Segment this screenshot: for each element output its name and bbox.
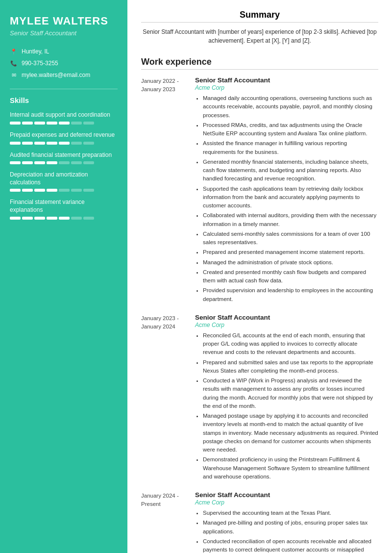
job-title: Senior Staff Accountant: [195, 76, 378, 84]
job-bullet: Managed postage usage by applying it to …: [203, 412, 378, 454]
skill-dot-filled: [47, 217, 57, 220]
skill-item: Financial statement variance explanation…: [10, 199, 118, 219]
skill-dot-filled: [22, 217, 33, 220]
skill-dot-filled: [10, 142, 21, 145]
email-item: ✉ mylee.walters@email.com: [10, 71, 118, 79]
skills-list: Internal audit support and coordinationP…: [10, 111, 118, 219]
summary-text: Senior Staff Accountant with [number of …: [141, 27, 378, 45]
skill-dot-filled: [34, 189, 45, 192]
job-bullet: Supported the cash applications team by …: [203, 185, 378, 210]
job-bullets-list: Reconciled G/L accounts at the end of ea…: [195, 331, 378, 481]
phone-item: 📞 990-375-3255: [10, 59, 118, 67]
skill-name: Depreciation and amortization calculatio…: [10, 171, 118, 186]
job-bullet: Supervised the accounting team at the Te…: [203, 509, 378, 517]
job-bullet: Collaborated with internal auditors, pro…: [203, 211, 378, 228]
skills-heading: Skills: [10, 96, 118, 104]
job-bullet: Assisted the finance manager in fulfilli…: [203, 139, 378, 156]
job-bullet: Prepared and submitted sales and use tax…: [203, 358, 378, 376]
skill-dot-filled: [10, 217, 21, 220]
job-dates: January 2024 -Present: [141, 491, 195, 553]
job-bullet: Processed RMAs, credits, and tax adjustm…: [203, 121, 378, 138]
skill-dot-filled: [47, 161, 57, 164]
email-text: mylee.walters@email.com: [22, 72, 90, 78]
job-bullet: Managed pre-billing and posting of jobs,…: [203, 519, 378, 536]
candidate-title: Senior Staff Accountant: [10, 29, 118, 37]
location-icon: 📍: [10, 48, 18, 55]
job-title: Senior Staff Accountant: [195, 314, 378, 321]
main-content: Summary Senior Staff Accountant with [nu…: [127, 0, 392, 553]
skill-dot-filled: [59, 142, 70, 145]
skill-name: Audited financial statement preparation: [10, 151, 118, 159]
work-experience-heading: Work experience: [141, 57, 378, 70]
skill-dot-filled: [47, 189, 57, 192]
skill-item: Audited financial statement preparation: [10, 151, 118, 165]
skill-dot-empty: [59, 189, 70, 192]
skill-dot-empty: [83, 142, 94, 145]
skill-dot-filled: [10, 161, 21, 164]
skill-bar: [10, 217, 118, 220]
skill-dot-filled: [34, 122, 45, 125]
job-bullet: Conducted reconciliation of open account…: [203, 537, 378, 553]
skill-bar: [10, 122, 118, 125]
skill-bar: [10, 161, 118, 164]
location-item: 📍 Huntley, IL: [10, 48, 118, 55]
job-bullet: Conducted a WIP (Work in Progress) analy…: [203, 377, 378, 410]
job-bullet: Managed the administration of private st…: [203, 258, 378, 267]
skill-dot-filled: [34, 161, 45, 164]
job-bullet: Generated monthly financial statements, …: [203, 158, 378, 183]
skill-dot-filled: [59, 217, 70, 220]
skill-dot-empty: [71, 142, 82, 145]
job-content: Senior Staff AccountantAcme CorpManaged …: [195, 76, 378, 305]
job-company: Acme Corp: [195, 499, 378, 506]
candidate-name: MYLEE WALTERS: [10, 15, 118, 27]
work-experience-section: Work experience January 2022 -January 20…: [141, 57, 378, 553]
job-company: Acme Corp: [195, 322, 378, 328]
location-text: Huntley, IL: [22, 48, 49, 55]
skill-dot-filled: [22, 142, 33, 145]
job-bullet: Reconciled G/L accounts at the end of ea…: [203, 331, 378, 357]
job-bullet: Created and presented monthly cash flow …: [203, 268, 378, 285]
phone-text: 990-375-3255: [22, 60, 58, 67]
skill-dot-filled: [10, 189, 21, 192]
skill-dot-empty: [71, 189, 82, 192]
email-icon: ✉: [10, 71, 18, 79]
skill-dot-filled: [22, 161, 33, 164]
skill-bar: [10, 142, 118, 145]
phone-icon: 📞: [10, 59, 18, 67]
skill-dot-filled: [34, 142, 45, 145]
skill-dot-filled: [22, 122, 33, 125]
skill-dot-filled: [47, 142, 57, 145]
skill-dot-empty: [83, 217, 94, 220]
job-bullet: Prepared and presented management income…: [203, 248, 378, 256]
skill-item: Depreciation and amortization calculatio…: [10, 171, 118, 192]
summary-section: Summary Senior Staff Accountant with [nu…: [141, 10, 378, 45]
job-content: Senior Staff AccountantAcme CorpSupervis…: [195, 491, 378, 553]
sidebar: MYLEE WALTERS Senior Staff Accountant 📍 …: [0, 0, 127, 553]
skill-dot-filled: [34, 217, 45, 220]
job-dates: January 2023 -January 2024: [141, 314, 195, 482]
skill-dot-empty: [83, 161, 94, 164]
job-bullet: Provided supervision and leadership to e…: [203, 286, 378, 303]
skill-bar: [10, 189, 118, 192]
skill-name: Prepaid expenses and deferred revenue: [10, 131, 118, 139]
skill-dot-empty: [83, 189, 94, 192]
job-bullet: Managed daily accounting operations, ove…: [203, 94, 378, 120]
skill-dot-empty: [59, 161, 70, 164]
skill-name: Financial statement variance explanation…: [10, 199, 118, 214]
job-bullets-list: Supervised the accounting team at the Te…: [195, 509, 378, 553]
skill-dot-empty: [71, 122, 82, 125]
job-bullet: Demonstrated proficiency in using the Pr…: [203, 455, 378, 481]
skill-dot-filled: [10, 122, 21, 125]
job-entry: January 2022 -January 2023Senior Staff A…: [141, 76, 378, 305]
jobs-list: January 2022 -January 2023Senior Staff A…: [141, 76, 378, 553]
skill-dot-empty: [71, 217, 82, 220]
job-title: Senior Staff Accountant: [195, 491, 378, 499]
job-company: Acme Corp: [195, 84, 378, 91]
summary-heading: Summary: [141, 10, 378, 23]
job-entry: January 2024 -PresentSenior Staff Accoun…: [141, 491, 378, 553]
skill-item: Internal audit support and coordination: [10, 111, 118, 125]
sidebar-divider: [10, 89, 118, 89]
skill-dot-filled: [22, 189, 33, 192]
job-bullets-list: Managed daily accounting operations, ove…: [195, 94, 378, 303]
job-entry: January 2023 -January 2024Senior Staff A…: [141, 314, 378, 482]
